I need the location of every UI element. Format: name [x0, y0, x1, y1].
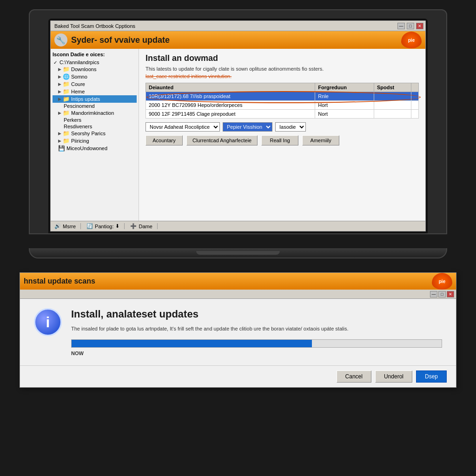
cancel-button[interactable]: Cancel — [337, 370, 371, 383]
arrow-icon: ▶ — [58, 131, 61, 136]
acountary-button[interactable]: Acountary — [145, 135, 183, 145]
maximize-button[interactable]: □ — [407, 23, 414, 29]
arrow-icon: ▶ — [58, 139, 61, 143]
dialog-close-button[interactable]: ✕ — [447, 291, 454, 298]
status-msrre: 🔊 Msrre — [54, 223, 81, 229]
sidebar-item-root[interactable]: ✓ C:\Yannilandrpics — [53, 59, 137, 66]
arrow-icon: ▶ — [58, 89, 61, 94]
main-panel-title: Install an dowmad — [145, 53, 419, 63]
sidebar-item-perkers[interactable]: Perkers — [53, 117, 137, 123]
sidebar-item-downloads[interactable]: ▶ 📁 Downloons — [53, 66, 137, 73]
table-cell: Nort — [315, 110, 374, 119]
sidebar-item-mando[interactable]: ▶ 📁 Mandorimkinaction — [53, 109, 137, 117]
sidebar: Isconn Dadie e oices: ✓ C:\Yannilandrpic… — [51, 49, 139, 221]
close-button[interactable]: ✕ — [416, 23, 423, 29]
sidebar-item-label: Piiricing — [71, 138, 89, 144]
status-dame: ➕ Dame — [130, 223, 157, 229]
folder-icon: 📁 — [63, 138, 70, 144]
progress-label: NOW — [71, 350, 442, 356]
check-icon: ✓ — [53, 60, 57, 65]
title-bar: 🔧 Syder- sof vvaive update pie — [51, 31, 425, 49]
dialog-maximize-button[interactable]: □ — [438, 291, 446, 298]
sidebar-item-label: Downloons — [71, 66, 96, 72]
sidebar-item-coure[interactable]: ▶ 📁 Coure — [53, 80, 137, 88]
status-icon: 🔊 — [54, 223, 61, 229]
brand-logo: pie — [401, 32, 422, 48]
minimize-button[interactable]: — — [397, 23, 405, 29]
folder-icon: 📁 — [63, 110, 70, 116]
dsep-button[interactable]: Dsep — [416, 370, 447, 383]
arrow-icon: ▶ — [58, 67, 61, 72]
sidebar-item-miceo[interactable]: 💾 MiceoUndowoned — [53, 145, 137, 152]
main-panel: Install an dowmad This latests to update… — [139, 49, 425, 221]
info-icon: i — [34, 308, 62, 336]
warning-text: last_cace restricted initions vinntution… — [145, 73, 419, 79]
content-area: Isconn Dadie e oices: ✓ C:\Yannilandrpic… — [51, 49, 425, 221]
sidebar-item-somno[interactable]: ▶ 🌐 Somno — [53, 73, 137, 80]
table-container: Deiaunted Forgreduun Spodst 10R(3/12/172… — [145, 83, 419, 119]
arrow-icon: ▶ — [58, 82, 61, 86]
clurrentcad-button[interactable]: Clurrentcad Angharfecteie — [186, 135, 258, 145]
table-cell: 9000 12F 29P11485 Clage pirepoduet — [146, 110, 315, 119]
dialog-text-area: Install, analateset updates The insaled … — [71, 308, 442, 356]
dialog-brand-logo: pie — [432, 273, 452, 290]
status-bar: 🔊 Msrre 🔄 Pantiog: ⬇ ➕ Dame — [51, 221, 425, 231]
arrow-icon: ▶ — [58, 97, 61, 101]
sidebar-item-heme[interactable]: ▶ 📁 Heme — [53, 88, 137, 95]
table-cell: Rnle — [315, 92, 374, 101]
dialog-main-title: Install, analateset updates — [71, 308, 442, 320]
sidebar-item-label: MiceoUndowoned — [66, 145, 107, 151]
sidebar-item-pesci[interactable]: Pescinomend — [53, 103, 137, 109]
table-row[interactable]: 9000 12F 29P11485 Clage pirepoduet Nort — [146, 110, 419, 119]
dialog-title: hnstal update scans — [24, 277, 428, 285]
sidebar-item-resdiveners[interactable]: Resdiveners — [53, 123, 137, 130]
sidebar-item-label: Perkers — [64, 117, 81, 123]
reall-ing-button[interactable]: Reall Ing — [261, 135, 298, 145]
folder-icon: 📁 — [63, 88, 70, 95]
progress-bar-container — [71, 339, 442, 348]
toolbar-row: Novsr Adaheat Rocoliptice Pepier Visshio… — [145, 122, 419, 132]
sidebar-item-intips[interactable]: ▶ 📁 Intips updats — [53, 95, 137, 103]
arrow-icon: ▶ — [58, 111, 61, 115]
sidebar-label: Isconn Dadie e oices: — [53, 52, 137, 57]
sidebar-item-label: Resdiveners — [64, 124, 92, 129]
table-row[interactable]: 10R(3/12/172).68 7//isb praspoideat Rnle — [146, 92, 419, 101]
sidebar-item-piiricing[interactable]: ▶ 📁 Piiricing — [53, 137, 137, 145]
status-pantiog: 🔄 Pantiog: ⬇ — [86, 223, 125, 229]
table-cell — [411, 92, 419, 101]
dropdown-novsr[interactable]: Novsr Adaheat Rocoliptice — [145, 122, 220, 132]
laptop-wrapper: Baked Tool Scam Ortbook Cpptions — □ ✕ 🔧… — [29, 9, 447, 234]
laptop-base — [29, 248, 447, 258]
dialog-content: i Install, analateset updates The insale… — [20, 299, 456, 365]
sidebar-item-label: C:\Yannilandrpics — [60, 60, 99, 65]
sidebar-item-seorshy[interactable]: ▶ 📁 Seorshy Parics — [53, 130, 137, 137]
dropdown-pepier[interactable]: Pepier Visshion — [223, 122, 272, 132]
table-row[interactable]: 2000 12Y BC720969 Hepo/orderlorpeces Hor… — [146, 101, 419, 110]
table-cell — [374, 110, 411, 119]
main-window: Baked Tool Scam Ortbook Cpptions — □ ✕ 🔧… — [50, 20, 426, 231]
sidebar-item-label: Coure — [71, 81, 85, 87]
sidebar-item-label: Intips updats — [71, 96, 100, 102]
laptop-hinge — [196, 251, 280, 255]
window-chrome-bar: Baked Tool Scam Ortbook Cpptions — □ ✕ — [51, 21, 425, 31]
folder-icon: 📁 — [63, 81, 70, 87]
dialog-minimize-button[interactable]: — — [430, 291, 437, 298]
col-header-2: Forgreduun — [315, 83, 374, 92]
arrow-icon: ▶ — [58, 74, 61, 79]
folder-icon: 📁 — [63, 96, 70, 102]
button-row: Acountary Clurrentcad Angharfecteie Real… — [145, 135, 419, 145]
table-cell — [374, 92, 411, 101]
col-header-scroll — [411, 83, 419, 92]
table-cell: 2000 12Y BC720969 Hepo/orderlorpeces — [146, 101, 315, 110]
window-title: Syder- sof vvaive update — [71, 35, 397, 45]
dropdown-iasodie[interactable]: Iasodie — [275, 122, 306, 132]
status-icon: 🔄 — [86, 223, 93, 229]
sidebar-item-label: Mandorimkinaction — [71, 110, 114, 116]
globe-icon: 🌐 — [63, 73, 70, 80]
amerniily-button[interactable]: Amerniily — [302, 135, 339, 145]
disk-icon: 💾 — [58, 145, 65, 152]
main-subtitle: This latests to update for cigally clate… — [145, 66, 419, 72]
progress-bar-fill — [72, 340, 312, 347]
update-table: Deiaunted Forgreduun Spodst 10R(3/12/172… — [145, 83, 419, 119]
underol-button[interactable]: Underol — [375, 370, 412, 383]
